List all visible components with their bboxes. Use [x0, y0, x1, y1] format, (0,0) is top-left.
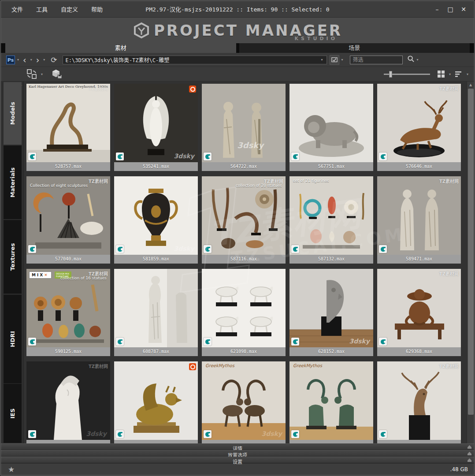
asset-filename[interactable]: 608787.max	[114, 347, 198, 356]
asset-filename[interactable]	[26, 440, 110, 443]
asset-thumbnail[interactable]	[114, 269, 198, 347]
asset-thumbnail[interactable]: 3dsky	[289, 269, 373, 347]
asset-cell[interactable]: 3dsky 535241.max	[114, 84, 198, 171]
menu-customize[interactable]: 自定义	[56, 3, 83, 15]
favorites-star-icon[interactable]: ★	[8, 465, 15, 474]
path-caret-icon[interactable]: ▾	[320, 58, 324, 62]
asset-thumbnail[interactable]	[202, 269, 286, 347]
asset-cell[interactable]: Karl Hagenauer Art Deco Greyhound, 1930s…	[26, 84, 110, 171]
asset-filename[interactable]: 528757.max	[26, 162, 110, 171]
asset-thumbnail[interactable]: Karl Hagenauer Art Deco Greyhound, 1930s…	[26, 84, 110, 162]
sidebar-item-materials[interactable]: Materials	[4, 145, 22, 219]
asset-cell[interactable]: 3dsky 564722.max	[202, 84, 286, 171]
asset-thumbnail[interactable]	[114, 361, 198, 440]
asset-thumbnail[interactable]: 3dsky	[114, 84, 198, 162]
asset-cell[interactable]: TZ素材网 629368.max	[377, 269, 461, 356]
close-button[interactable]: ✕	[459, 5, 468, 14]
asset-filename[interactable]: 589471.max	[377, 255, 461, 264]
forward-caret-icon[interactable]: ▾	[42, 58, 46, 62]
tab-scenes[interactable]: 场景	[239, 43, 470, 53]
panel-pin-icon[interactable]	[468, 445, 471, 449]
asset-thumbnail[interactable]: collection of 20 statues TZ素材网	[202, 176, 286, 255]
asset-filename[interactable]: 629368.max	[377, 347, 461, 356]
asset-cell[interactable]: GreekMythos 3dsky	[202, 361, 286, 443]
asset-filename[interactable]: 621098.max	[202, 347, 286, 356]
view-caret-icon[interactable]: ▾	[448, 72, 452, 76]
search-icon[interactable]	[407, 55, 415, 64]
asset-filename[interactable]: 581859.max	[114, 255, 198, 264]
panel-pin-icon[interactable]	[468, 458, 471, 462]
preview-caret-icon[interactable]: ▾	[340, 58, 345, 62]
back-caret-icon[interactable]: ▾	[29, 58, 33, 62]
slider-thumb[interactable]	[389, 71, 392, 78]
relink-caret-icon[interactable]: ▾	[40, 72, 44, 76]
asset-cell[interactable]: 3dsky 628152.max	[289, 269, 373, 356]
ps-caret-icon[interactable]: ▾	[16, 58, 20, 62]
sort-caret-icon[interactable]: ▾	[465, 72, 470, 76]
menu-file[interactable]: 文件	[6, 3, 28, 15]
asset-cell[interactable]: 608787.max	[114, 269, 198, 356]
back-button[interactable]: ‹	[21, 54, 28, 66]
asset-filename[interactable]: 587116.max	[202, 255, 286, 264]
menu-help[interactable]: 帮助	[86, 3, 108, 15]
relink-assets-icon[interactable]	[26, 69, 37, 79]
asset-thumbnail[interactable]: set of 21 figurines	[289, 176, 373, 255]
panel-placement-options[interactable]: 放置选项	[1, 450, 474, 457]
asset-cell[interactable]: TZ素材网 576646.max	[377, 84, 461, 171]
minimize-button[interactable]: –	[433, 5, 442, 14]
forward-button[interactable]: ›	[34, 54, 41, 66]
merge-model-icon[interactable]	[51, 69, 63, 79]
path-input[interactable]	[63, 56, 327, 64]
panel-details[interactable]: 详情	[1, 443, 474, 450]
filter-input[interactable]	[350, 56, 403, 64]
asset-thumbnail[interactable]	[289, 84, 373, 162]
asset-filename[interactable]: 587132.max	[289, 255, 373, 264]
asset-cell[interactable]: TZ素材网	[377, 361, 461, 443]
sidebar-item-textures[interactable]: Textures	[4, 220, 22, 294]
preview-check-button[interactable]	[330, 55, 339, 65]
asset-filename[interactable]: 576646.max	[377, 162, 461, 171]
asset-cell[interactable]: TZ素材网 3dsky	[26, 361, 110, 443]
asset-filename[interactable]: 577040.max	[26, 255, 110, 264]
asset-cell[interactable]: MIX✕ DESIGN MIX FURNITURE collection of …	[26, 269, 110, 356]
asset-cell[interactable]: Collection of eight sculptures TZ素材网 577…	[26, 176, 110, 264]
asset-cell[interactable]: 621098.max	[202, 269, 286, 356]
search-caret-icon[interactable]: ▾	[416, 58, 420, 62]
panel-settings[interactable]: 设置	[1, 457, 474, 463]
asset-cell[interactable]: TZ素材网 589471.max	[377, 176, 461, 264]
grid-view-icon[interactable]	[437, 70, 445, 78]
asset-filename[interactable]: 628152.max	[289, 347, 373, 356]
asset-filename[interactable]: 535241.max	[114, 162, 198, 171]
ps-preset-button[interactable]: Ps	[6, 56, 15, 64]
asset-filename[interactable]	[114, 440, 198, 443]
asset-filename[interactable]	[377, 440, 461, 443]
asset-filename[interactable]	[202, 440, 286, 443]
sidebar-item-hdri[interactable]: HDRI	[4, 295, 22, 383]
sidebar-item-models[interactable]: Models	[4, 82, 22, 145]
scroll-up-icon[interactable]: ▲	[467, 82, 474, 88]
asset-thumbnail[interactable]: GreekMythos 3dsky	[202, 361, 286, 440]
asset-cell[interactable]: GreekMythos	[289, 361, 373, 443]
asset-filename[interactable]	[289, 440, 373, 443]
asset-cell[interactable]: set of 21 figurines 587132.max	[289, 176, 373, 264]
menu-tools[interactable]: 工具	[31, 3, 53, 15]
panel-pin-icon[interactable]	[468, 452, 471, 455]
asset-thumbnail[interactable]: TZ素材网	[377, 84, 461, 162]
asset-cell[interactable]: 3dsky 581859.max	[114, 176, 198, 264]
asset-filename[interactable]: 564722.max	[202, 162, 286, 171]
asset-thumbnail[interactable]: TZ素材网	[377, 269, 461, 347]
asset-thumbnail[interactable]: GreekMythos	[289, 361, 373, 440]
asset-cell[interactable]: collection of 20 statues TZ素材网 587116.ma…	[202, 176, 286, 264]
maximize-button[interactable]: □	[446, 5, 455, 14]
asset-filename[interactable]: 590125.max	[26, 347, 110, 356]
asset-thumbnail[interactable]: 3dsky	[114, 176, 198, 255]
sort-icon[interactable]	[455, 70, 463, 78]
tab-assets[interactable]: 素材	[5, 43, 236, 53]
thumbnail-size-slider[interactable]	[384, 74, 430, 75]
asset-thumbnail[interactable]: TZ素材网 3dsky	[26, 361, 110, 440]
refresh-button[interactable]: ⟳	[47, 56, 59, 64]
asset-thumbnail[interactable]: MIX✕ DESIGN MIX FURNITURE collection of …	[26, 269, 110, 347]
scrollbar-thumb[interactable]	[468, 89, 474, 415]
asset-thumbnail[interactable]: TZ素材网	[377, 361, 461, 440]
asset-cell[interactable]	[114, 361, 198, 443]
